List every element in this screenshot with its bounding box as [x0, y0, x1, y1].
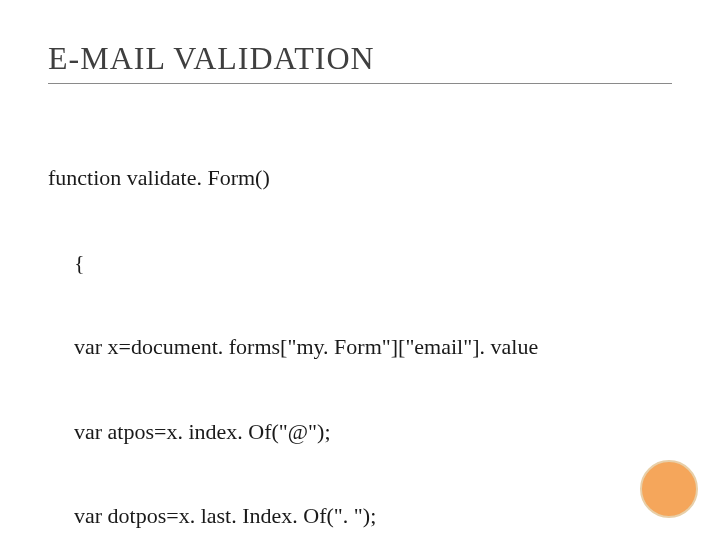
slide: E-MAIL VALIDATION function validate. For…	[0, 0, 720, 540]
decorative-circle-icon	[640, 460, 698, 518]
code-line: {	[48, 249, 672, 277]
code-line: var atpos=x. index. Of("@");	[48, 418, 672, 446]
title-rule	[48, 83, 672, 84]
code-line: var x=document. forms["my. Form"]["email…	[48, 333, 672, 361]
slide-title: E-MAIL VALIDATION	[48, 40, 672, 77]
code-line: var dotpos=x. last. Index. Of(". ");	[48, 502, 672, 530]
code-block: function validate. Form() { var x=docume…	[48, 108, 672, 540]
code-line: function validate. Form()	[48, 164, 672, 192]
